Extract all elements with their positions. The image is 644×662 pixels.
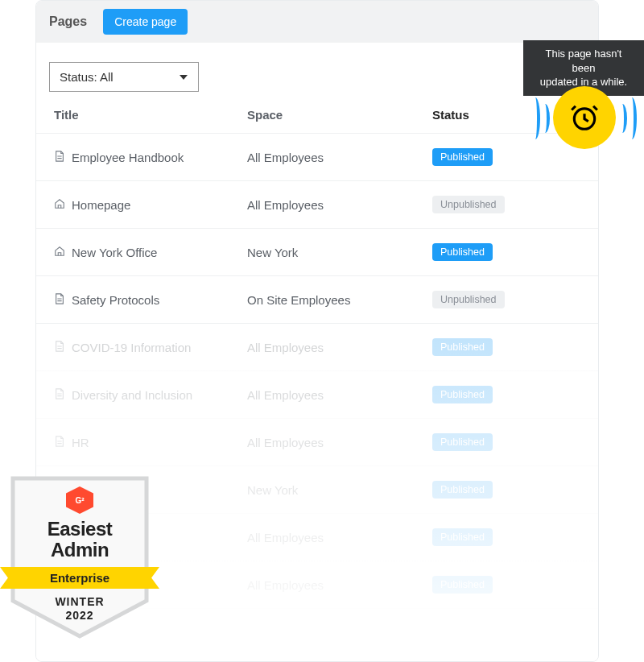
row-title-cell: Homepage <box>54 198 247 212</box>
row-space-cell: All Employees <box>247 436 432 449</box>
status-badge: Published <box>432 243 493 261</box>
table-row[interactable]: New York OfficeNew YorkPublished <box>36 229 598 276</box>
filter-bar: Status: All <box>36 43 598 97</box>
document-icon <box>54 341 65 354</box>
row-status-cell: Published <box>432 338 561 356</box>
row-space-cell: New York <box>247 483 432 497</box>
row-title: Homepage <box>72 198 130 212</box>
row-title: New York Office <box>72 246 157 259</box>
row-space-cell: All Employees <box>247 151 432 164</box>
table-row[interactable]: Employee HandbookAll EmployeesPublished <box>36 134 598 181</box>
table-row[interactable]: HRAll EmployeesPublished <box>36 419 598 466</box>
home-icon <box>54 198 65 212</box>
table-row[interactable]: COVID-19 InformationAll EmployeesPublish… <box>36 324 598 371</box>
row-title: COVID-19 Information <box>72 341 191 354</box>
row-title: Employee Handbook <box>72 151 184 164</box>
status-badge: Unpublished <box>432 291 505 308</box>
alarm-button[interactable] <box>553 86 616 149</box>
sound-wave-icon <box>627 97 637 139</box>
alarm-clock-icon <box>569 102 600 133</box>
row-space-cell: All Employees <box>247 198 432 212</box>
row-status-cell: Published <box>432 386 561 403</box>
status-badge: Unpublished <box>432 196 505 213</box>
row-status-cell: Unpublished <box>432 291 561 308</box>
g2-season-label: WINTER 2022 <box>6 595 153 623</box>
row-title-cell: Employee Handbook <box>54 151 247 164</box>
row-status-cell: Published <box>432 243 561 261</box>
g2-award-title: Easiest Admin <box>6 519 153 561</box>
row-space-cell: All Employees <box>247 531 432 544</box>
status-badge: Published <box>432 481 493 499</box>
col-title-header[interactable]: Title <box>54 108 247 122</box>
row-title-cell: COVID-19 Information <box>54 341 247 354</box>
status-badge: Published <box>432 433 493 451</box>
col-space-header[interactable]: Space <box>247 108 432 122</box>
chevron-down-icon <box>179 73 188 81</box>
page-title: Pages <box>49 14 87 29</box>
row-space-cell: All Employees <box>247 388 432 402</box>
status-badge: Published <box>432 148 493 166</box>
document-icon <box>54 388 65 402</box>
row-title-cell: New York Office <box>54 246 247 259</box>
document-icon <box>54 293 65 307</box>
g2-logo-icon: G² <box>66 486 93 514</box>
row-status-cell: Published <box>432 576 561 594</box>
g2-badge-content: G² Easiest Admin Enterprise WINTER 2022 <box>6 472 153 641</box>
row-status-cell: Published <box>432 481 561 499</box>
alarm-widget <box>526 84 642 153</box>
status-badge: Published <box>432 338 493 356</box>
row-space-cell: On Site Employees <box>247 293 432 307</box>
status-badge: Published <box>432 386 493 403</box>
row-space-cell: All Employees <box>247 341 432 354</box>
status-badge: Published <box>432 528 493 546</box>
row-status-cell: Published <box>432 528 561 546</box>
sound-wave-icon <box>540 104 550 133</box>
tooltip-line1: This page hasn't been <box>546 48 622 74</box>
row-title: Safety Protocols <box>72 293 159 307</box>
sound-wave-icon <box>530 97 540 139</box>
row-title: HR <box>72 436 89 449</box>
table-header: Title Space Status <box>36 97 598 134</box>
home-icon <box>54 246 65 259</box>
row-title: Diversity and Inclusion <box>72 388 192 402</box>
g2-award-badge: G² Easiest Admin Enterprise WINTER 2022 <box>6 472 153 641</box>
row-space-cell: All Employees <box>247 578 432 592</box>
table-row[interactable]: HomepageAll EmployeesUnpublished <box>36 181 598 229</box>
document-icon <box>54 151 65 164</box>
table-row[interactable]: Diversity and InclusionAll EmployeesPubl… <box>36 371 598 419</box>
status-filter-label: Status: All <box>60 70 114 84</box>
g2-tier-ribbon: Enterprise <box>0 567 159 589</box>
row-title-cell: Diversity and Inclusion <box>54 388 247 402</box>
status-filter-select[interactable]: Status: All <box>49 62 199 92</box>
row-title-cell: HR <box>54 436 247 449</box>
row-title-cell: Safety Protocols <box>54 293 247 307</box>
window-header: Pages Create page <box>36 1 598 43</box>
create-page-button[interactable]: Create page <box>103 9 188 35</box>
row-status-cell: Unpublished <box>432 196 561 213</box>
table-row[interactable]: Safety ProtocolsOn Site EmployeesUnpubli… <box>36 276 598 324</box>
row-space-cell: New York <box>247 246 432 259</box>
row-status-cell: Published <box>432 433 561 451</box>
status-badge: Published <box>432 576 493 594</box>
document-icon <box>54 436 65 449</box>
sound-wave-icon <box>617 104 627 133</box>
